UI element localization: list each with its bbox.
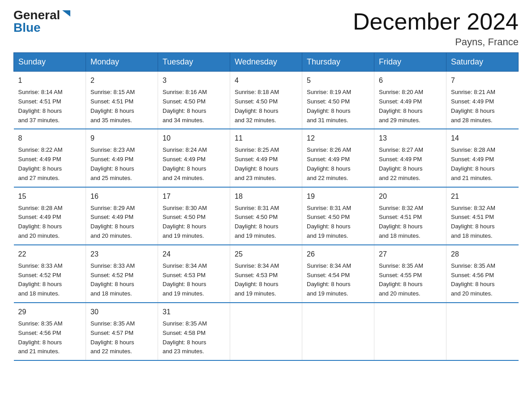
day-number: 5 <box>307 75 369 86</box>
day-info: Sunrise: 8:19 AMSunset: 4:50 PMDaylight:… <box>307 89 351 123</box>
calendar-cell: 15 Sunrise: 8:28 AMSunset: 4:49 PMDaylig… <box>14 187 86 245</box>
calendar-cell: 30 Sunrise: 8:35 AMSunset: 4:57 PMDaylig… <box>86 303 158 360</box>
day-number: 20 <box>379 191 442 202</box>
calendar-cell: 9 Sunrise: 8:23 AMSunset: 4:49 PMDayligh… <box>86 129 158 187</box>
logo-arrow-icon <box>61 9 71 19</box>
day-number: 9 <box>90 133 153 144</box>
day-number: 12 <box>307 133 369 144</box>
calendar-cell: 26 Sunrise: 8:34 AMSunset: 4:54 PMDaylig… <box>302 245 374 303</box>
calendar-cell <box>230 303 302 360</box>
day-number: 16 <box>90 191 153 202</box>
calendar-cell <box>446 303 519 360</box>
weekday-header-wednesday: Wednesday <box>230 53 302 72</box>
day-number: 30 <box>90 307 153 317</box>
day-number: 25 <box>235 249 297 260</box>
day-info: Sunrise: 8:35 AMSunset: 4:56 PMDaylight:… <box>451 262 495 297</box>
calendar-cell: 19 Sunrise: 8:31 AMSunset: 4:50 PMDaylig… <box>302 187 374 245</box>
day-number: 31 <box>163 307 225 317</box>
day-info: Sunrise: 8:20 AMSunset: 4:49 PMDaylight:… <box>379 89 423 123</box>
day-info: Sunrise: 8:35 AMSunset: 4:58 PMDaylight:… <box>163 320 207 355</box>
calendar-cell: 3 Sunrise: 8:16 AMSunset: 4:50 PMDayligh… <box>158 72 230 129</box>
calendar-cell: 18 Sunrise: 8:31 AMSunset: 4:50 PMDaylig… <box>230 187 302 245</box>
calendar-subtitle: Payns, France <box>353 36 519 48</box>
calendar-cell <box>374 303 446 360</box>
calendar-cell: 16 Sunrise: 8:29 AMSunset: 4:49 PMDaylig… <box>86 187 158 245</box>
day-info: Sunrise: 8:34 AMSunset: 4:53 PMDaylight:… <box>235 262 279 297</box>
day-info: Sunrise: 8:25 AMSunset: 4:49 PMDaylight:… <box>235 146 279 181</box>
weekday-header-tuesday: Tuesday <box>158 53 230 72</box>
day-number: 26 <box>307 249 369 260</box>
calendar-cell: 14 Sunrise: 8:28 AMSunset: 4:49 PMDaylig… <box>446 129 519 187</box>
calendar-cell: 2 Sunrise: 8:15 AMSunset: 4:51 PMDayligh… <box>86 72 158 129</box>
day-number: 24 <box>163 249 225 260</box>
logo: General Blue <box>13 9 71 34</box>
day-info: Sunrise: 8:16 AMSunset: 4:50 PMDaylight:… <box>163 89 207 123</box>
calendar-week-row: 1 Sunrise: 8:14 AMSunset: 4:51 PMDayligh… <box>14 72 519 129</box>
day-number: 11 <box>235 133 297 144</box>
weekday-header-saturday: Saturday <box>446 53 519 72</box>
calendar-table: SundayMondayTuesdayWednesdayThursdayFrid… <box>13 52 519 361</box>
day-number: 23 <box>90 249 153 260</box>
calendar-week-row: 29 Sunrise: 8:35 AMSunset: 4:56 PMDaylig… <box>14 303 519 360</box>
day-number: 6 <box>379 75 442 86</box>
weekday-header-thursday: Thursday <box>302 53 374 72</box>
calendar-cell: 28 Sunrise: 8:35 AMSunset: 4:56 PMDaylig… <box>446 245 519 303</box>
day-number: 10 <box>163 133 225 144</box>
day-number: 2 <box>90 75 153 86</box>
day-info: Sunrise: 8:28 AMSunset: 4:49 PMDaylight:… <box>451 146 495 181</box>
calendar-cell: 17 Sunrise: 8:30 AMSunset: 4:50 PMDaylig… <box>158 187 230 245</box>
day-info: Sunrise: 8:28 AMSunset: 4:49 PMDaylight:… <box>18 205 63 239</box>
day-number: 18 <box>235 191 297 202</box>
calendar-cell: 7 Sunrise: 8:21 AMSunset: 4:49 PMDayligh… <box>446 72 519 129</box>
day-info: Sunrise: 8:33 AMSunset: 4:52 PMDaylight:… <box>18 262 63 297</box>
day-number: 14 <box>451 133 514 144</box>
day-info: Sunrise: 8:35 AMSunset: 4:55 PMDaylight:… <box>379 262 423 297</box>
day-info: Sunrise: 8:14 AMSunset: 4:51 PMDaylight:… <box>18 89 63 123</box>
calendar-cell: 4 Sunrise: 8:18 AMSunset: 4:50 PMDayligh… <box>230 72 302 129</box>
day-info: Sunrise: 8:23 AMSunset: 4:49 PMDaylight:… <box>90 146 135 181</box>
day-number: 1 <box>18 75 82 86</box>
day-info: Sunrise: 8:29 AMSunset: 4:49 PMDaylight:… <box>90 205 135 239</box>
calendar-cell: 20 Sunrise: 8:32 AMSunset: 4:51 PMDaylig… <box>374 187 446 245</box>
weekday-header-monday: Monday <box>86 53 158 72</box>
day-number: 19 <box>307 191 369 202</box>
day-number: 27 <box>379 249 442 260</box>
calendar-cell <box>302 303 374 360</box>
calendar-cell: 22 Sunrise: 8:33 AMSunset: 4:52 PMDaylig… <box>14 245 86 303</box>
day-info: Sunrise: 8:22 AMSunset: 4:49 PMDaylight:… <box>18 146 63 181</box>
calendar-cell: 25 Sunrise: 8:34 AMSunset: 4:53 PMDaylig… <box>230 245 302 303</box>
logo-blue: Blue <box>13 21 41 34</box>
day-info: Sunrise: 8:32 AMSunset: 4:51 PMDaylight:… <box>379 205 423 239</box>
day-info: Sunrise: 8:35 AMSunset: 4:57 PMDaylight:… <box>90 320 135 355</box>
day-info: Sunrise: 8:30 AMSunset: 4:50 PMDaylight:… <box>163 205 207 239</box>
day-info: Sunrise: 8:33 AMSunset: 4:52 PMDaylight:… <box>90 262 135 297</box>
day-info: Sunrise: 8:26 AMSunset: 4:49 PMDaylight:… <box>307 146 351 181</box>
day-info: Sunrise: 8:35 AMSunset: 4:56 PMDaylight:… <box>18 320 63 355</box>
page-header: General Blue December 2024 Payns, France <box>13 9 519 48</box>
calendar-cell: 13 Sunrise: 8:27 AMSunset: 4:49 PMDaylig… <box>374 129 446 187</box>
calendar-cell: 5 Sunrise: 8:19 AMSunset: 4:50 PMDayligh… <box>302 72 374 129</box>
calendar-cell: 23 Sunrise: 8:33 AMSunset: 4:52 PMDaylig… <box>86 245 158 303</box>
day-info: Sunrise: 8:31 AMSunset: 4:50 PMDaylight:… <box>307 205 351 239</box>
day-number: 4 <box>235 75 297 86</box>
calendar-cell: 8 Sunrise: 8:22 AMSunset: 4:49 PMDayligh… <box>14 129 86 187</box>
day-number: 7 <box>451 75 514 86</box>
day-number: 29 <box>18 307 82 317</box>
day-info: Sunrise: 8:21 AMSunset: 4:49 PMDaylight:… <box>451 89 495 123</box>
day-info: Sunrise: 8:34 AMSunset: 4:54 PMDaylight:… <box>307 262 351 297</box>
day-info: Sunrise: 8:15 AMSunset: 4:51 PMDaylight:… <box>90 89 135 123</box>
calendar-cell: 24 Sunrise: 8:34 AMSunset: 4:53 PMDaylig… <box>158 245 230 303</box>
calendar-cell: 27 Sunrise: 8:35 AMSunset: 4:55 PMDaylig… <box>374 245 446 303</box>
logo-general: General <box>13 9 60 21</box>
day-info: Sunrise: 8:18 AMSunset: 4:50 PMDaylight:… <box>235 89 279 123</box>
calendar-cell: 29 Sunrise: 8:35 AMSunset: 4:56 PMDaylig… <box>14 303 86 360</box>
calendar-title: December 2024 <box>353 9 519 34</box>
calendar-week-row: 15 Sunrise: 8:28 AMSunset: 4:49 PMDaylig… <box>14 187 519 245</box>
day-number: 22 <box>18 249 82 260</box>
day-info: Sunrise: 8:34 AMSunset: 4:53 PMDaylight:… <box>163 262 207 297</box>
day-info: Sunrise: 8:32 AMSunset: 4:51 PMDaylight:… <box>451 205 495 239</box>
day-info: Sunrise: 8:27 AMSunset: 4:49 PMDaylight:… <box>379 146 423 181</box>
weekday-header-sunday: Sunday <box>14 53 86 72</box>
svg-marker-0 <box>62 10 70 17</box>
day-number: 13 <box>379 133 442 144</box>
